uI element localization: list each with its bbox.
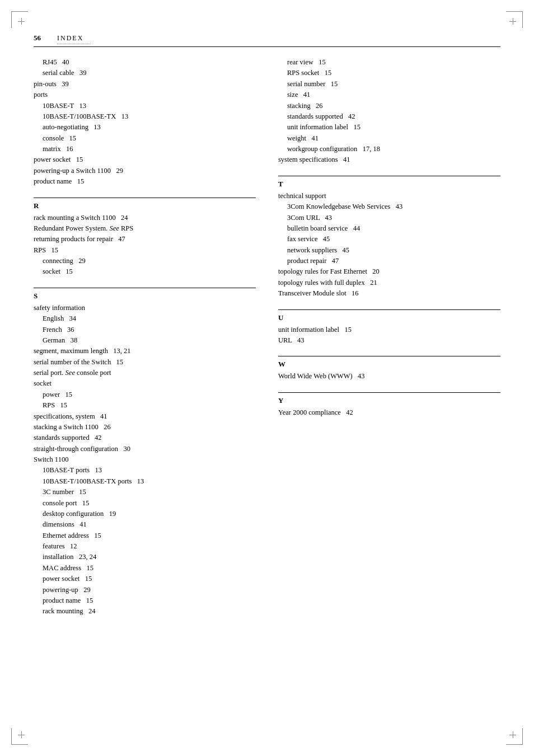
page-number: 56 bbox=[34, 34, 50, 43]
section-divider-s bbox=[34, 288, 256, 288]
crosshair-tl bbox=[18, 18, 25, 25]
list-item: fax service 45 bbox=[278, 234, 500, 245]
list-item: powering-up a Switch 1100 29 bbox=[34, 166, 256, 176]
page: 56 INDEX RJ45 40 serial cable 39 pin-out… bbox=[0, 0, 534, 756]
list-item: returning products for repair 47 bbox=[34, 234, 256, 245]
crosshair-br bbox=[509, 731, 516, 738]
list-item: features 12 bbox=[34, 541, 256, 552]
list-item: dimensions 41 bbox=[34, 519, 256, 530]
list-item: RPS 15 bbox=[34, 400, 256, 411]
list-item: specifications, system 41 bbox=[34, 411, 256, 422]
section-letter-y: Y bbox=[278, 396, 500, 405]
section-s: S safety information English 34 French 3… bbox=[34, 288, 256, 617]
section-divider-y bbox=[278, 392, 500, 393]
section-letter-t: T bbox=[278, 180, 500, 189]
section-divider-r bbox=[34, 198, 256, 198]
list-item: rack mounting a Switch 1100 24 bbox=[34, 213, 256, 223]
main-content: RJ45 40 serial cable 39 pin-outs 39 port… bbox=[34, 57, 500, 627]
list-item: socket 15 bbox=[34, 266, 256, 277]
list-item: standards supported 42 bbox=[34, 433, 256, 443]
list-item: stacking a Switch 1100 26 bbox=[34, 422, 256, 433]
list-item: rack mounting 24 bbox=[34, 606, 256, 617]
right-column: rear view 15 RPS socket 15 serial number… bbox=[278, 57, 500, 627]
list-item: stacking 26 bbox=[278, 101, 500, 111]
section-w: W World Wide Web (WWW) 43 bbox=[278, 356, 500, 382]
section-divider-t bbox=[278, 176, 500, 176]
section-letter-s: S bbox=[34, 292, 256, 300]
list-item: standards supported 42 bbox=[278, 111, 500, 122]
section-divider-u bbox=[278, 309, 500, 310]
crosshair-bl bbox=[18, 731, 25, 738]
list-item: World Wide Web (WWW) 43 bbox=[278, 371, 500, 382]
list-item: product repair 47 bbox=[278, 256, 500, 266]
section-r: R rack mounting a Switch 1100 24 Redunda… bbox=[34, 198, 256, 278]
list-item: 3Com URL 43 bbox=[278, 213, 500, 223]
section-t: T technical support 3Com Knowledgebase W… bbox=[278, 176, 500, 299]
list-item: power socket 15 bbox=[34, 154, 256, 165]
list-item: size 41 bbox=[278, 90, 500, 100]
list-item: rear view 15 bbox=[278, 57, 500, 68]
list-item: unit information label 15 bbox=[278, 122, 500, 133]
list-item: Redundant Power System. See RPS bbox=[34, 223, 256, 234]
list-item: English 34 bbox=[34, 313, 256, 324]
list-item: installation 23, 24 bbox=[34, 552, 256, 562]
section-y: Y Year 2000 compliance 42 bbox=[278, 392, 500, 418]
list-item: topology rules with full duplex 21 bbox=[278, 278, 500, 288]
list-item: German 38 bbox=[34, 335, 256, 346]
section-divider-w bbox=[278, 356, 500, 356]
list-item: unit information label 15 bbox=[278, 325, 500, 335]
list-item: RPS socket 15 bbox=[278, 68, 500, 78]
list-item: console 15 bbox=[34, 133, 256, 144]
list-item: straight-through configuration 30 bbox=[34, 444, 256, 454]
section-letter-w: W bbox=[278, 360, 500, 369]
list-item: serial cable 39 bbox=[34, 68, 256, 78]
list-item: power 15 bbox=[34, 389, 256, 400]
list-item: 3Com Knowledgebase Web Services 43 bbox=[278, 201, 500, 212]
list-item: console port 15 bbox=[34, 498, 256, 509]
list-item: matrix 16 bbox=[34, 144, 256, 154]
list-item: technical support bbox=[278, 191, 500, 201]
list-item: serial number of the Switch 15 bbox=[34, 357, 256, 368]
list-item: serial number 15 bbox=[278, 79, 500, 90]
list-item: Switch 1100 bbox=[34, 454, 256, 465]
section-letter-r: R bbox=[34, 201, 256, 210]
list-item: network suppliers 45 bbox=[278, 245, 500, 256]
list-item: weight 41 bbox=[278, 133, 500, 144]
list-item: serial port. See console port bbox=[34, 368, 256, 378]
list-item: 10BASE-T/100BASE-TX ports 13 bbox=[34, 476, 256, 487]
list-item: auto-negotiating 13 bbox=[34, 122, 256, 133]
list-item: system specifications 41 bbox=[278, 154, 500, 165]
list-item: Year 2000 compliance 42 bbox=[278, 407, 500, 418]
list-item: 10BASE-T 13 bbox=[34, 101, 256, 111]
list-item: bulletin board service 44 bbox=[278, 223, 500, 234]
list-item: powering-up 29 bbox=[34, 585, 256, 595]
list-item: safety information bbox=[34, 303, 256, 313]
list-item: socket bbox=[34, 378, 256, 389]
list-item: desktop configuration 19 bbox=[34, 509, 256, 519]
pre-r-entries: RJ45 40 serial cable 39 pin-outs 39 port… bbox=[34, 57, 256, 187]
pre-t-entries: rear view 15 RPS socket 15 serial number… bbox=[278, 57, 500, 166]
list-item: pin-outs 39 bbox=[34, 79, 256, 90]
page-header: 56 INDEX bbox=[34, 34, 500, 47]
header-title: INDEX bbox=[57, 34, 83, 42]
list-item: 10BASE-T/100BASE-TX 13 bbox=[34, 111, 256, 122]
list-item: connecting 29 bbox=[34, 256, 256, 266]
list-item: power socket 15 bbox=[34, 574, 256, 584]
list-item: 3C number 15 bbox=[34, 487, 256, 497]
list-item: segment, maximum length 13, 21 bbox=[34, 346, 256, 356]
section-letter-u: U bbox=[278, 313, 500, 322]
list-item: Ethernet address 15 bbox=[34, 530, 256, 541]
left-column: RJ45 40 serial cable 39 pin-outs 39 port… bbox=[34, 57, 256, 627]
list-item: RJ45 40 bbox=[34, 57, 256, 68]
list-item: 10BASE-T ports 13 bbox=[34, 465, 256, 476]
list-item: Transceiver Module slot 16 bbox=[278, 288, 500, 299]
header-dotted-line bbox=[57, 44, 91, 44]
list-item: French 36 bbox=[34, 325, 256, 335]
list-item: workgroup configuration 17, 18 bbox=[278, 144, 500, 154]
section-u: U unit information label 15 URL 43 bbox=[278, 309, 500, 346]
list-item: URL 43 bbox=[278, 335, 500, 346]
list-item: MAC address 15 bbox=[34, 563, 256, 574]
list-item: ports bbox=[34, 90, 256, 100]
list-item: RPS 15 bbox=[34, 245, 256, 256]
crosshair-tr bbox=[509, 18, 516, 25]
